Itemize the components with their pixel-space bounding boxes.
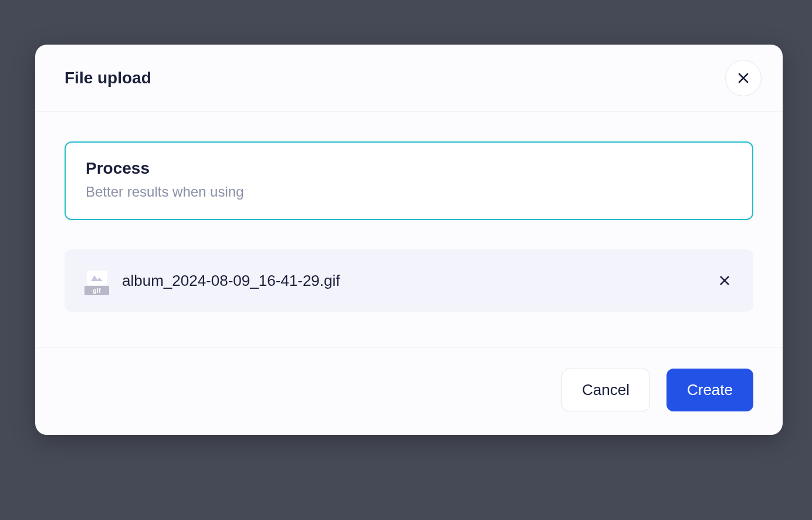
create-button[interactable]: Create xyxy=(666,369,753,411)
modal-header: File upload xyxy=(35,45,783,112)
cancel-button[interactable]: Cancel xyxy=(561,369,650,411)
close-button[interactable] xyxy=(725,60,762,96)
file-thumbnail: gif xyxy=(84,266,109,295)
process-card-title: Process xyxy=(86,159,732,178)
svg-marker-2 xyxy=(91,275,103,281)
close-icon xyxy=(718,274,731,287)
close-icon xyxy=(736,71,750,85)
modal-body: Process Better results when using gif al… xyxy=(35,112,783,347)
file-upload-modal: File upload Process Better results when … xyxy=(35,45,783,435)
image-icon xyxy=(87,271,107,285)
file-name: album_2024-08-09_16-41-29.gif xyxy=(122,272,703,290)
remove-file-button[interactable] xyxy=(716,272,733,289)
process-card-subtitle: Better results when using xyxy=(86,184,732,200)
modal-title: File upload xyxy=(65,69,151,87)
process-card[interactable]: Process Better results when using xyxy=(65,141,753,220)
modal-footer: Cancel Create xyxy=(35,347,783,435)
file-ext-badge: gif xyxy=(84,286,109,295)
uploaded-file-row: gif album_2024-08-09_16-41-29.gif xyxy=(65,249,753,312)
